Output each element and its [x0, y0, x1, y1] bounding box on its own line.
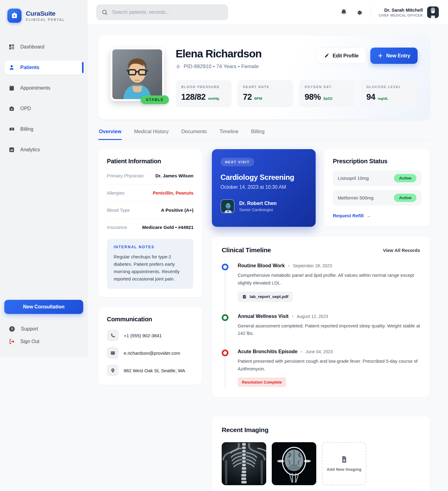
- sidebar-item-label: OPD: [20, 106, 31, 111]
- mri-thumbnail[interactable]: [272, 442, 316, 485]
- banknote-icon: [9, 126, 15, 132]
- new-entry-button[interactable]: New Entry: [370, 48, 418, 64]
- dot-separator: •: [301, 350, 302, 354]
- sidebar-item-opd[interactable]: OPD: [4, 102, 83, 116]
- request-refill-link[interactable]: Request Refill →: [333, 213, 421, 218]
- sign-out-link[interactable]: Sign Out: [9, 338, 79, 345]
- sidebar-item-patients[interactable]: Patients: [4, 60, 83, 75]
- internal-notes-box: INTERNAL NOTES Regular checkups for type…: [107, 239, 193, 289]
- tab-medical-history[interactable]: Medical History: [133, 129, 169, 140]
- xray-thumbnail[interactable]: [222, 442, 266, 485]
- phone-icon: [107, 330, 119, 341]
- timeline-event-bronchitis: Acute Bronchitis Episode • June 04, 2023…: [222, 349, 420, 392]
- pdf-file-icon: PDF: [242, 294, 247, 299]
- app-logo: CuraSuite CLINICAL PORTAL: [4, 7, 83, 24]
- vital-heart-rate: HEART RATE 72BPM: [237, 80, 293, 107]
- timeline-event-wellness-visit: Annual Wellness Visit • August 12, 2023 …: [222, 314, 420, 349]
- sidebar-item-appointments[interactable]: Appointments: [4, 81, 83, 95]
- vital-blood-pressure: BLOOD PRESSURE 128/82mmHg: [176, 80, 232, 107]
- bar-chart-icon: [9, 147, 15, 153]
- app-name: CuraSuite: [26, 10, 65, 17]
- next-visit-card: NEXT VISIT Cardiology Screening October …: [212, 149, 316, 227]
- edit-profile-label: Edit Profile: [333, 53, 358, 59]
- vital-oxygen-sat: OXYGEN SAT. 98%SpO2: [299, 80, 355, 107]
- timeline-marker-blue: [222, 264, 228, 270]
- prescription-row: Lisinopril 10mg Active: [333, 170, 421, 186]
- sign-out-label: Sign Out: [20, 339, 39, 344]
- calendar-icon: [9, 85, 15, 91]
- add-new-imaging-button[interactable]: Add New Imaging: [322, 442, 366, 485]
- settings-button[interactable]: [355, 8, 364, 16]
- sidebar: CuraSuite CLINICAL PORTAL Dashboard Pati…: [0, 0, 88, 357]
- search-box[interactable]: [96, 4, 228, 20]
- phone-value: +1 (555) 902-3841: [124, 333, 162, 338]
- new-entry-label: New Entry: [386, 53, 410, 59]
- status-badge: STABLE: [141, 95, 169, 104]
- prescription-row: Metformin 500mg Active: [333, 190, 421, 206]
- sidebar-item-label: Billing: [20, 126, 33, 132]
- tab-bar: Overview Medical History Documents Timel…: [98, 129, 430, 140]
- active-pill: Active: [394, 194, 416, 202]
- pencil-icon: [324, 53, 329, 58]
- app-tagline: CLINICAL PORTAL: [26, 18, 65, 21]
- patient-information-card: Patient Information Primary Physician Dr…: [98, 149, 202, 297]
- doctor-avatar: [220, 199, 235, 213]
- notifications-button[interactable]: [340, 8, 348, 16]
- communication-title: Communication: [107, 316, 193, 323]
- vital-glucose: GLUCOSE LEVEL 94mg/dL: [361, 80, 417, 107]
- resolution-complete-badge: Resolution Complete: [238, 377, 286, 387]
- dot-separator: •: [288, 264, 290, 268]
- tab-documents[interactable]: Documents: [181, 129, 207, 140]
- patient-photo: [111, 48, 164, 101]
- tab-overview[interactable]: Overview: [98, 129, 122, 140]
- location-pin-icon: [107, 365, 119, 376]
- new-consultation-button[interactable]: New Consultation: [4, 300, 83, 314]
- info-row-allergies: Allergies Penicillin, Peanuts: [107, 184, 193, 202]
- clinical-timeline-card: Clinical Timeline View All Records Routi…: [212, 237, 430, 397]
- sidebar-item-label: Appointments: [20, 85, 50, 91]
- user-menu[interactable]: Dr. Sarah Mitchell CHIEF MEDICAL OFFICER: [379, 6, 439, 18]
- search-input[interactable]: [112, 10, 223, 15]
- info-row-blood-type: Blood Type A Positive (A+): [107, 202, 193, 219]
- doctor-name: Dr. Robert Chen: [239, 201, 277, 206]
- support-link[interactable]: ? Support: [9, 326, 79, 332]
- tab-billing[interactable]: Billing: [250, 129, 265, 140]
- next-visit-badge: NEXT VISIT: [220, 158, 254, 166]
- main-area: Dr. Sarah Mitchell CHIEF MEDICAL OFFICER: [88, 0, 448, 491]
- sidebar-item-billing[interactable]: Billing: [4, 122, 83, 136]
- sign-out-icon: [9, 338, 15, 345]
- tab-timeline[interactable]: Timeline: [219, 129, 239, 140]
- info-row-primary-physician: Primary Physician Dr. James Wilson: [107, 167, 193, 184]
- upload-file-icon: [340, 455, 348, 463]
- add-new-imaging-label: Add New Imaging: [327, 467, 361, 472]
- patient-name: Elena Richardson: [176, 48, 262, 60]
- internal-notes-body: Regular checkups for type-2 diabetes. Pa…: [114, 253, 187, 283]
- sidebar-item-dashboard[interactable]: Dashboard: [4, 40, 83, 54]
- vitals-row: BLOOD PRESSURE 128/82mmHg HEART RATE 72B…: [176, 80, 418, 107]
- patient-header-card: STABLE Elena Richardson PID-882910 • 74 …: [98, 35, 430, 119]
- svg-text:?: ?: [11, 327, 13, 331]
- email-value: e.richardson@provider.com: [124, 350, 180, 356]
- topbar-divider: [371, 6, 371, 19]
- medical-bag-logo-icon: [7, 9, 21, 23]
- dot-separator: •: [292, 314, 294, 319]
- next-visit-datetime: October 14, 2023 at 10:30 AM: [220, 184, 307, 190]
- doctor-role: Senior Cardiologist: [239, 207, 277, 212]
- patient-information-title: Patient Information: [107, 158, 193, 165]
- sidebar-item-label: Analytics: [20, 147, 40, 153]
- user-name: Dr. Sarah Mitchell: [379, 7, 423, 13]
- support-label: Support: [21, 326, 38, 332]
- person-icon: [9, 64, 15, 71]
- dashboard-icon: [9, 44, 15, 50]
- next-visit-title: Cardiology Screening: [220, 173, 307, 182]
- edit-profile-button[interactable]: Edit Profile: [317, 48, 366, 64]
- user-role: CHIEF MEDICAL OFFICER: [379, 14, 423, 17]
- mail-icon: [107, 347, 119, 359]
- clinical-timeline-title: Clinical Timeline: [222, 246, 271, 254]
- sidebar-item-analytics[interactable]: Analytics: [4, 143, 83, 157]
- plus-icon: [378, 53, 383, 58]
- attachment-chip[interactable]: PDF lab_report_sept.pdf: [238, 292, 293, 302]
- view-all-records-link[interactable]: View All Records: [383, 248, 420, 253]
- recent-imaging-card: Recent Imaging: [212, 416, 430, 491]
- svg-text:PDF: PDF: [244, 296, 246, 298]
